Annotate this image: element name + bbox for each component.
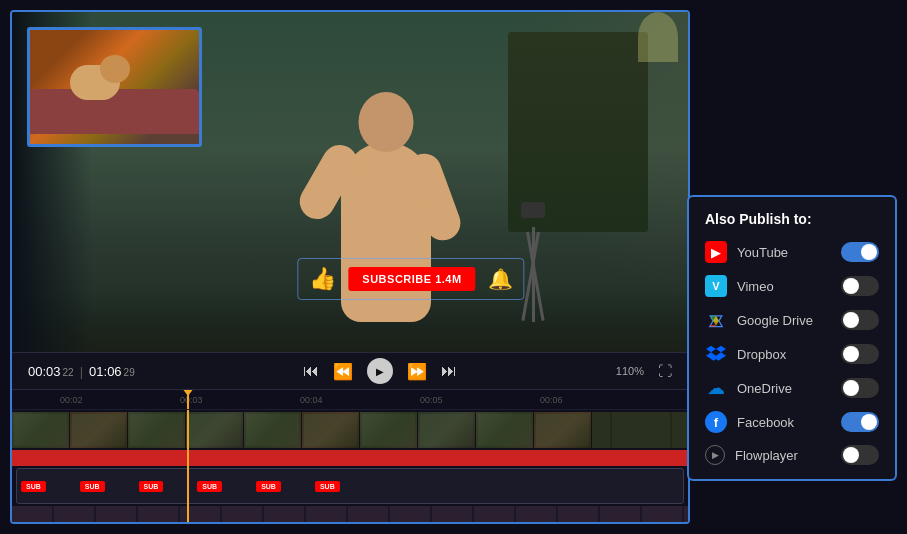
dropbox-icon xyxy=(705,343,727,365)
pip-thumbnail[interactable] xyxy=(27,27,202,147)
current-time: 00:03 xyxy=(28,364,61,379)
publish-item-youtube: ▶ YouTube xyxy=(705,241,879,263)
gdrive-icon xyxy=(705,309,727,331)
publish-item-dropbox: Dropbox xyxy=(705,343,879,365)
dropbox-label: Dropbox xyxy=(737,347,786,362)
transport-controls: ⏮ ⏪ ▶ ⏩ ⏭ xyxy=(153,358,608,384)
dropbox-toggle-knob xyxy=(843,346,859,362)
facebook-toggle-knob xyxy=(861,414,877,430)
youtube-icon: ▶ xyxy=(705,241,727,263)
flowplayer-label: Flowplayer xyxy=(735,448,798,463)
publish-item-onedrive: ☁ OneDrive xyxy=(705,377,879,399)
zoom-level: 110% xyxy=(616,365,644,377)
skip-back-button[interactable]: ⏮ xyxy=(303,362,319,380)
subscribe-track[interactable]: SUB SUB SUB SUB SUB SUB xyxy=(16,468,684,504)
publish-item-left-vimeo: V Vimeo xyxy=(705,275,774,297)
subscribe-overlay[interactable]: 👍 SUBSCRIBE 1.4M 🔔 xyxy=(309,266,512,292)
publish-item-left-onedrive: ☁ OneDrive xyxy=(705,377,792,399)
total-time: 01:06 xyxy=(89,364,122,379)
fast-forward-button[interactable]: ⏩ xyxy=(407,362,427,381)
frame-5 xyxy=(244,412,302,448)
frame-9 xyxy=(476,412,534,448)
frame-10 xyxy=(534,412,592,448)
youtube-toggle-knob xyxy=(861,244,877,260)
audio-track[interactable] xyxy=(12,450,688,466)
subscribe-track-items: SUB SUB SUB SUB SUB SUB xyxy=(17,469,344,503)
gdrive-label: Google Drive xyxy=(737,313,813,328)
gdrive-toggle[interactable] xyxy=(841,310,879,330)
frame-3 xyxy=(128,412,186,448)
publish-item-left-dropbox: Dropbox xyxy=(705,343,786,365)
publish-item-left-flowplayer: ▶ Flowplayer xyxy=(705,445,798,465)
subscribe-item-6: SUB xyxy=(315,481,340,492)
gdrive-toggle-knob xyxy=(843,312,859,328)
video-frames xyxy=(12,412,688,448)
pip-dog xyxy=(60,50,140,110)
frame-1 xyxy=(12,412,70,448)
vimeo-icon: V xyxy=(705,275,727,297)
publish-item-flowplayer: ▶ Flowplayer xyxy=(705,445,879,465)
youtube-label: YouTube xyxy=(737,245,788,260)
flowplayer-icon: ▶ xyxy=(705,445,725,465)
frame-2 xyxy=(70,412,128,448)
current-frames: 22 xyxy=(63,367,74,378)
onedrive-label: OneDrive xyxy=(737,381,792,396)
youtube-toggle[interactable] xyxy=(841,242,879,262)
frame-4 xyxy=(186,412,244,448)
facebook-toggle[interactable] xyxy=(841,412,879,432)
onedrive-toggle-knob xyxy=(843,380,859,396)
vimeo-label: Vimeo xyxy=(737,279,774,294)
total-frames: 29 xyxy=(124,367,135,378)
flowplayer-toggle-knob xyxy=(843,447,859,463)
timeline-tracks[interactable]: SUB SUB SUB SUB SUB SUB xyxy=(12,410,688,524)
video-track-main[interactable] xyxy=(12,412,688,448)
vimeo-toggle-knob xyxy=(843,278,859,294)
video-preview: 👍 SUBSCRIBE 1.4M 🔔 xyxy=(12,12,688,352)
scene-lamp xyxy=(638,12,678,62)
publish-title: Also Publish to: xyxy=(705,211,879,227)
frame-7 xyxy=(360,412,418,448)
ruler-mark-5: 00:06 xyxy=(540,395,563,405)
playback-controls: 00:03 22 | 01:06 29 ⏮ ⏪ ▶ ⏩ ⏭ 110% ⛶ xyxy=(12,352,688,390)
ruler-mark-3: 00:04 xyxy=(300,395,323,405)
subscribe-item-3: SUB xyxy=(139,481,164,492)
facebook-icon: f xyxy=(705,411,727,433)
onedrive-icon: ☁ xyxy=(705,377,727,399)
rewind-button[interactable]: ⏪ xyxy=(333,362,353,381)
ruler-mark-2: 00:03 xyxy=(180,395,203,405)
publish-item-vimeo: V Vimeo xyxy=(705,275,879,297)
subscribe-item-2: SUB xyxy=(80,481,105,492)
app-container: 👍 SUBSCRIBE 1.4M 🔔 00:03 22 | 01:06 29 ⏮… xyxy=(0,0,907,534)
video-track-bottom[interactable] xyxy=(12,506,688,524)
subscribe-item-1: SUB xyxy=(21,481,46,492)
fullscreen-button[interactable]: ⛶ xyxy=(658,363,672,379)
timeline-ruler: 00:02 00:03 00:04 00:05 00:06 xyxy=(12,390,688,410)
frame-8 xyxy=(418,412,476,448)
publish-item-left-youtube: ▶ YouTube xyxy=(705,241,788,263)
frame-6 xyxy=(302,412,360,448)
publish-panel: Also Publish to: ▶ YouTube V Vimeo xyxy=(687,195,897,481)
play-button[interactable]: ▶ xyxy=(367,358,393,384)
publish-item-left-facebook: f Facebook xyxy=(705,411,794,433)
time-display: 00:03 22 | 01:06 29 xyxy=(28,364,135,379)
timeline-playhead-ruler[interactable] xyxy=(187,390,189,409)
subscribe-item-4: SUB xyxy=(197,481,222,492)
publish-item-facebook: f Facebook xyxy=(705,411,879,433)
publish-item-gdrive: Google Drive xyxy=(705,309,879,331)
subscribe-item-5: SUB xyxy=(256,481,281,492)
ruler-mark-4: 00:05 xyxy=(420,395,443,405)
dropbox-toggle[interactable] xyxy=(841,344,879,364)
editor-panel: 👍 SUBSCRIBE 1.4M 🔔 00:03 22 | 01:06 29 ⏮… xyxy=(10,10,690,524)
flowplayer-toggle[interactable] xyxy=(841,445,879,465)
publish-item-left-gdrive: Google Drive xyxy=(705,309,813,331)
time-separator: | xyxy=(80,364,83,379)
vimeo-toggle[interactable] xyxy=(841,276,879,296)
skip-forward-button[interactable]: ⏭ xyxy=(441,362,457,380)
onedrive-toggle[interactable] xyxy=(841,378,879,398)
facebook-label: Facebook xyxy=(737,415,794,430)
ruler-mark-1: 00:02 xyxy=(60,395,83,405)
